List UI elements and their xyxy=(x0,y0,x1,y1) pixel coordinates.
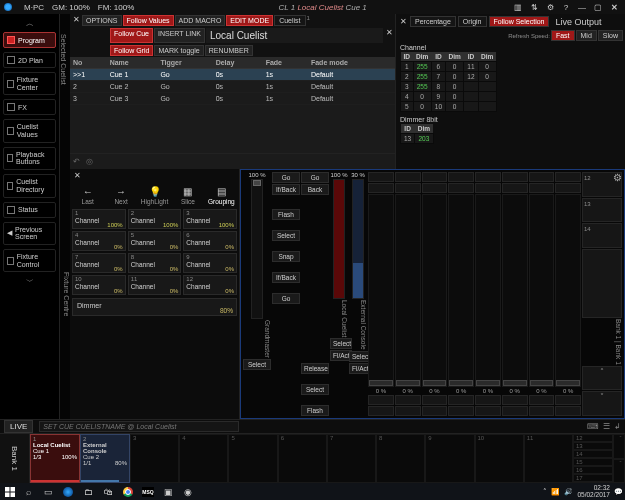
sidebar-item-2dplan[interactable]: 2D Plan xyxy=(3,52,56,68)
local-cuelist-fader[interactable] xyxy=(333,179,345,299)
follow-values-button[interactable]: Follow Values xyxy=(123,15,174,26)
bank-box-1[interactable]: 1 Local Cuelist Cue 1 1/3100% xyxy=(30,434,80,483)
fixture-cell[interactable]: 9Channel0% xyxy=(183,253,237,273)
bank-slot[interactable]: 11 xyxy=(524,434,573,483)
select-button[interactable]: Select xyxy=(272,230,300,241)
bank-slot[interactable]: 8 xyxy=(376,434,425,483)
playback-fader[interactable]: 0 % xyxy=(395,172,421,416)
sidebar-item-fixture-control[interactable]: Fixture Control xyxy=(3,249,56,272)
bank-slot-small[interactable]: 12 xyxy=(573,434,613,442)
tab-percentage[interactable]: Percentage xyxy=(410,16,456,27)
flash-button-3[interactable]: Flash xyxy=(301,405,329,416)
snap-button[interactable]: Snap xyxy=(272,251,300,262)
cue-row[interactable]: 3Cue 3Go0s1sDefault xyxy=(70,93,395,105)
renumber-button[interactable]: RENUMBER xyxy=(205,45,253,56)
sidebar-item-fixture-center[interactable]: Fixture Center xyxy=(3,72,56,95)
speed-fast-button[interactable]: Fast xyxy=(551,30,575,41)
back-button[interactable]: Back xyxy=(301,184,329,195)
add-macro-button[interactable]: ADD MACRO xyxy=(175,15,226,26)
grandmaster-fader[interactable] xyxy=(251,179,263,319)
gear-icon[interactable]: ⚙ xyxy=(613,172,622,183)
bank-slot[interactable]: 7 xyxy=(327,434,376,483)
fixture-cell[interactable]: 2Channel100% xyxy=(128,209,182,229)
marker-icon[interactable]: ◎ xyxy=(86,157,93,166)
playback-fader[interactable]: 0 % xyxy=(448,172,474,416)
sidebar-up-icon[interactable]: ︿ xyxy=(3,18,56,28)
bank-down[interactable]: ˅ xyxy=(613,459,625,484)
sidebar-item-cuelist-values[interactable]: Cuelist Values xyxy=(3,119,56,142)
speed-slow-button[interactable]: Slow xyxy=(598,30,623,41)
follow-cue-button[interactable]: Follow Cue xyxy=(110,28,153,43)
bank-up[interactable]: ˄ xyxy=(613,434,625,459)
playback-fader[interactable]: 0 % xyxy=(368,172,394,416)
bank-slot-small[interactable]: 13 xyxy=(573,442,613,450)
flash-button[interactable]: Select xyxy=(243,359,271,370)
taskview-icon[interactable]: ▭ xyxy=(38,487,58,497)
bank-slot[interactable]: 5 xyxy=(228,434,277,483)
tool-grouping[interactable]: ▤Grouping xyxy=(206,186,237,205)
sidebar-item-fx[interactable]: FX xyxy=(3,99,56,115)
bank-slot[interactable]: 10 xyxy=(475,434,524,483)
chrome-app-icon[interactable] xyxy=(118,487,138,497)
panel-close-icon[interactable]: ✕ xyxy=(71,15,81,26)
sidebar-down-icon[interactable]: ﹀ xyxy=(3,276,56,286)
sidebar-item-playback-buttons[interactable]: Playback Buttons xyxy=(3,147,56,170)
app-icon-2[interactable]: ◉ xyxy=(178,487,198,497)
tray-clock[interactable]: 02:3205/02/2017 xyxy=(577,485,610,498)
fixture-cell[interactable]: 4Channel0% xyxy=(72,231,126,251)
bank-slot[interactable]: 4 xyxy=(179,434,228,483)
pb-slot[interactable]: 13 xyxy=(582,198,622,223)
pb-caret-down[interactable]: ˅ xyxy=(582,391,622,416)
fixture-cell[interactable]: 11Channel0% xyxy=(128,275,182,295)
tray-network-icon[interactable]: 📶 xyxy=(551,488,560,496)
bank-slot[interactable]: 3 xyxy=(130,434,179,483)
return-icon[interactable]: ↲ xyxy=(614,422,621,431)
command-input[interactable] xyxy=(39,421,239,432)
tray-expand-icon[interactable]: ˄ xyxy=(543,488,547,496)
store-app-icon[interactable]: 🛍 xyxy=(98,487,118,497)
cue-row[interactable]: 2Cue 2Go0s1sDefault xyxy=(70,81,395,93)
options-button[interactable]: OPTIONS xyxy=(82,15,122,26)
bank-slot-small[interactable]: 15 xyxy=(573,458,613,466)
edge-app-icon[interactable] xyxy=(58,487,78,497)
explorer-app-icon[interactable]: 🗀 xyxy=(78,487,98,497)
edit-mode-button[interactable]: EDIT MODE xyxy=(226,15,273,26)
fixture-cell[interactable]: 12Channel0% xyxy=(183,275,237,295)
bank-slot-small[interactable]: 14 xyxy=(573,450,613,458)
layout-icon[interactable]: ▥ xyxy=(511,3,525,12)
follow-grid-button[interactable]: Follow Grid xyxy=(110,45,153,56)
fixture-cell[interactable]: 7Channel0% xyxy=(72,253,126,273)
insert-link-button[interactable]: INSERT LINK xyxy=(154,28,205,43)
tool-slice[interactable]: ▦Slice xyxy=(172,186,203,205)
playback-fader[interactable]: 0 % xyxy=(529,172,555,416)
pb-slot[interactable]: 14 xyxy=(582,223,622,248)
playback-fader[interactable]: 0 % xyxy=(502,172,528,416)
tab-follow-selection[interactable]: Follow Selection xyxy=(489,16,550,27)
sidebar-item-previous-screen[interactable]: ◀Previous Screen xyxy=(3,222,56,245)
fixture-cell[interactable]: 10Channel0% xyxy=(72,275,126,295)
fixture-cell[interactable]: 8Channel0% xyxy=(128,253,182,273)
cuelist-name-input[interactable]: Local Cuelist xyxy=(210,30,267,41)
tab-origin[interactable]: Origin xyxy=(458,16,487,27)
dimmer-cell[interactable]: Dimmer 80% xyxy=(72,298,237,316)
speed-mid-button[interactable]: Mid xyxy=(576,30,597,41)
fixture-cell[interactable]: 6Channel0% xyxy=(183,231,237,251)
bank-slot[interactable]: 9 xyxy=(425,434,474,483)
ifback-button[interactable]: If/Back xyxy=(272,184,300,195)
live-close-icon[interactable]: ✕ xyxy=(398,17,408,26)
mark-toggle-button[interactable]: MARK toggle xyxy=(154,45,203,56)
bank-slot[interactable]: 6 xyxy=(278,434,327,483)
keyboard-icon[interactable]: ⌨ xyxy=(587,422,599,431)
playback-fader[interactable]: 0 % xyxy=(475,172,501,416)
go-button-3[interactable]: Go xyxy=(301,172,329,183)
cuelist-name-close-icon[interactable]: ✕ xyxy=(384,28,394,43)
sidebar-item-cuelist-directory[interactable]: Cuelist Directory xyxy=(3,174,56,197)
select-button-2[interactable]: Select xyxy=(301,384,329,395)
search-icon[interactable]: ⌕ xyxy=(18,487,38,497)
settings-icon[interactable]: ⚙ xyxy=(543,3,557,12)
tool-last[interactable]: ←Last xyxy=(72,186,103,205)
playback-fader[interactable]: 0 % xyxy=(555,172,581,416)
pb-slot[interactable] xyxy=(582,249,622,319)
tray-notifications-icon[interactable]: 💬 xyxy=(614,488,623,496)
bank-slot-small[interactable]: 17 xyxy=(573,474,613,482)
